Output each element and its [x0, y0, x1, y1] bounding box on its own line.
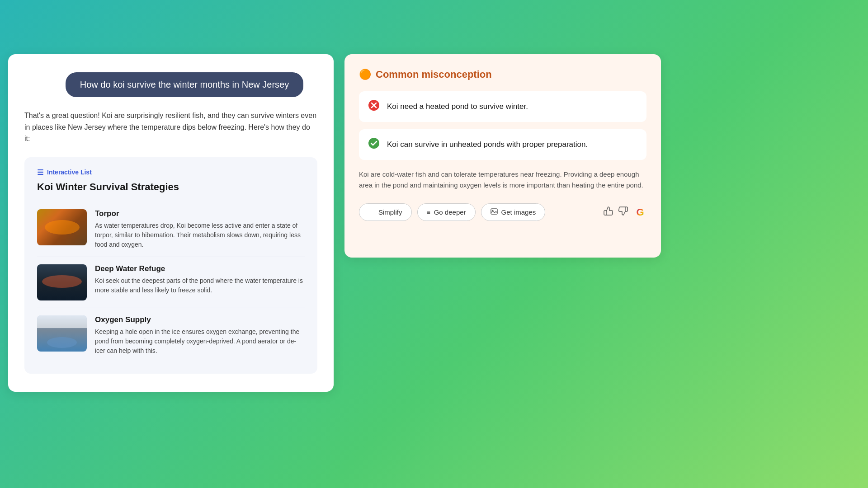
torpor-image [37, 209, 87, 245]
feedback-icons: G [603, 206, 646, 219]
torpor-content: Torpor As water temperatures drop, Koi b… [95, 209, 305, 249]
torpor-title: Torpor [95, 209, 305, 218]
list-icon: ☰ [37, 168, 43, 177]
misconception-correct-item: Koi can survive in unheated ponds with p… [359, 129, 646, 160]
misconception-wrong-text: Koi need a heated pond to survive winter… [387, 102, 528, 111]
deep-water-content: Deep Water Refuge Koi seek out the deepe… [95, 264, 305, 295]
list-title: Koi Winter Survival Strategies [37, 181, 305, 193]
intro-text: That's a great question! Koi are surpris… [24, 110, 317, 145]
misconception-explanation: Koi are cold-water fish and can tolerate… [359, 167, 646, 191]
svg-point-3 [368, 138, 379, 149]
list-label-text: Interactive List [47, 169, 92, 176]
action-bar: — Simplify ≡ Go deeper Get images [359, 203, 646, 221]
get-images-button[interactable]: Get images [481, 203, 546, 221]
list-item: Deep Water Refuge Koi seek out the deepe… [37, 257, 305, 308]
oxygen-desc: Keeping a hole open in the ice ensures o… [95, 327, 305, 356]
deep-water-image [37, 264, 87, 300]
thumbs-up-icon[interactable] [603, 206, 613, 218]
wrong-icon [368, 99, 380, 114]
deep-water-desc: Koi seek out the deepest parts of the po… [95, 276, 305, 295]
simplify-icon: — [368, 209, 375, 216]
misconception-header: 🟠 Common misconception [359, 69, 646, 80]
misconception-title: Common misconception [376, 69, 492, 80]
simplify-label: Simplify [378, 208, 402, 216]
thumbs-down-icon[interactable] [618, 206, 628, 218]
misconception-header-icon: 🟠 [359, 69, 371, 80]
list-item: Oxygen Supply Keeping a hole open in the… [37, 308, 305, 363]
panels-container: How do koi survive the winter months in … [8, 54, 661, 392]
get-images-label: Get images [501, 208, 536, 216]
left-panel: How do koi survive the winter months in … [8, 54, 334, 392]
misconception-wrong-item: Koi need a heated pond to survive winter… [359, 91, 646, 122]
torpor-desc: As water temperatures drop, Koi become l… [95, 221, 305, 249]
query-bubble: How do koi survive the winter months in … [66, 72, 303, 97]
get-images-icon [491, 208, 498, 216]
oxygen-image [37, 315, 87, 352]
go-deeper-label: Go deeper [434, 208, 466, 216]
go-deeper-button[interactable]: ≡ Go deeper [417, 203, 476, 221]
go-deeper-icon: ≡ [427, 209, 430, 216]
correct-icon [368, 137, 380, 152]
google-logo[interactable]: G [634, 206, 646, 219]
interactive-list-label: ☰ Interactive List [37, 168, 305, 177]
interactive-list-card: ☰ Interactive List Koi Winter Survival S… [24, 157, 317, 374]
oxygen-content: Oxygen Supply Keeping a hole open in the… [95, 315, 305, 356]
deep-water-title: Deep Water Refuge [95, 264, 305, 273]
list-item: Torpor As water temperatures drop, Koi b… [37, 202, 305, 257]
simplify-button[interactable]: — Simplify [359, 203, 412, 221]
misconception-correct-text: Koi can survive in unheated ponds with p… [387, 140, 588, 149]
oxygen-title: Oxygen Supply [95, 315, 305, 324]
right-panel: 🟠 Common misconception Koi need a heated… [344, 54, 661, 258]
